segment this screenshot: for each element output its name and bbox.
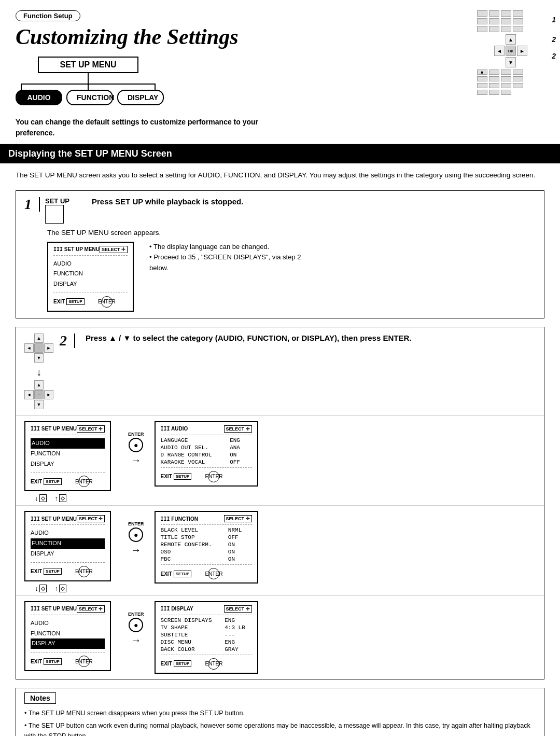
menu-item-display: DISPLAY: [53, 279, 128, 289]
label-2b: 2: [552, 52, 556, 60]
step1-container: 1 SET UP Press SET UP while playback is …: [16, 190, 544, 318]
menu-item-function: FUNCTION: [53, 269, 128, 279]
notes-section: Notes The SET UP MENU screen disappears …: [16, 688, 544, 736]
bullet2: Proceed to 35 , "SCREEN DISPLAYS", via s…: [149, 252, 315, 274]
enter-btn-display: ENTER: [208, 658, 219, 670]
menu-item-audio: AUDIO: [53, 259, 128, 269]
step2-menu-screen-1: III SET UP MENU SELECT ✛ AUDIO FUNCTION …: [24, 421, 111, 491]
step1-label: SET UP: [45, 197, 76, 205]
display-menu-btn[interactable]: DISPLAY: [117, 90, 164, 105]
step2-function-screen: III FUNCTION SELECT ✛ BLACK LEVELNRML TI…: [155, 511, 258, 584]
audio-menu-btn[interactable]: AUDIO: [16, 90, 62, 105]
step2-display-screen: III DISPLAY SELECT ✛ SCREEN DISPLAYSENG …: [155, 601, 258, 674]
step1-box: [45, 205, 64, 224]
notes-header: Notes: [24, 692, 56, 704]
step1-number: 1: [24, 197, 40, 212]
enter-circle-3: ●: [129, 618, 143, 632]
step2-audio-screen: III AUDIO SELECT ✛ LANGUAGEENG AUDIO OUT…: [155, 421, 258, 487]
step2-container: ▲ ◄ · ► ▼ ↓ ▲ ◄ · ►: [16, 327, 544, 679]
enter-btn-audio: ENTER: [208, 471, 219, 482]
enter-btn-function: ENTER: [208, 568, 219, 579]
function-setup-badge: Function Setup: [16, 10, 80, 21]
intro-text: The SET UP MENU screen asks you to selec…: [16, 170, 544, 181]
step2-number: 2: [60, 334, 75, 348]
step1-screen: III SET UP MENU SELECT ✛ AUDIO FUNCTION …: [47, 242, 134, 312]
step2-menu-screen-2: III SET UP MENU SELECT ✛ AUDIO FUNCTION …: [24, 511, 111, 581]
enter-circle-2: ●: [129, 527, 143, 542]
step2-menu-screen-3: III SET UP MENU SELECT ✛ AUDIO FUNCTION …: [24, 601, 111, 671]
function-menu-btn[interactable]: FUNCTION: [66, 90, 113, 105]
label-1: 1: [552, 16, 556, 24]
note-2: The SET UP button can work even during n…: [24, 720, 536, 736]
enter-circle-1: ●: [129, 438, 143, 452]
description-text: You can change the default settings to c…: [16, 117, 275, 138]
section-heading: Displaying the SET UP MENU Screen: [0, 144, 560, 163]
bullet1: The display language can be changed.: [149, 242, 315, 253]
step1-instruction: Press SET UP while playback is stopped.: [92, 197, 243, 206]
enter-btn: ENTER: [101, 296, 113, 308]
note-1: The SET UP MENU screen disappears when y…: [24, 708, 536, 718]
step2-instruction: Press ▲ / ▼ to select the category (AUDI…: [86, 334, 411, 342]
main-title: Customizing the Settings: [16, 24, 461, 49]
enter-btn-1: ENTER: [78, 476, 90, 487]
enter-btn-3: ENTER: [78, 656, 90, 667]
step1-appears: The SET UP MENU screen appears.: [47, 229, 536, 237]
remote-diagram: 1 2: [461, 10, 544, 138]
label-2a: 2: [552, 35, 556, 44]
enter-btn-2: ENTER: [78, 566, 90, 577]
setup-menu-label: SET UP MENU: [38, 57, 138, 73]
